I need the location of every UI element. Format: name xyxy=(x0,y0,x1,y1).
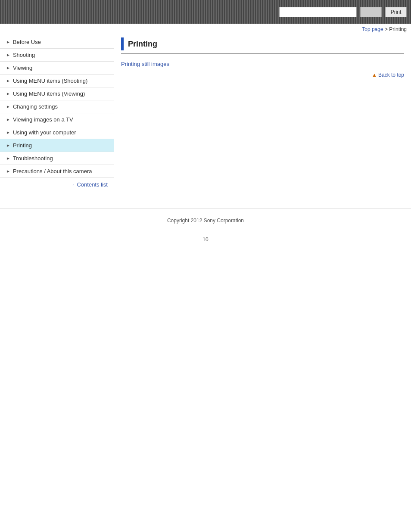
sidebar-item-using-menu-shooting[interactable]: ►Using MENU items (Shooting) xyxy=(0,75,114,87)
sidebar-item-label: Viewing xyxy=(13,65,32,71)
back-to-top-link[interactable]: ▲Back to top xyxy=(372,72,404,78)
sidebar-item-label: Precautions / About this camera xyxy=(13,168,92,174)
sidebar-arrow-icon: ► xyxy=(6,91,10,96)
sidebar-item-label: Printing xyxy=(13,142,32,149)
search-button[interactable] xyxy=(360,7,382,17)
sidebar-arrow-icon: ► xyxy=(6,78,10,83)
main-content: Printing Printing still images ▲Back to … xyxy=(114,34,411,93)
content-links-section: Printing still images xyxy=(121,61,404,67)
sidebar-arrow-icon: ► xyxy=(6,65,10,70)
print-button[interactable]: Print xyxy=(385,7,407,17)
sidebar-item-printing[interactable]: ►Printing xyxy=(0,139,114,152)
sidebar: ►Before Use►Shooting►Viewing►Using MENU … xyxy=(0,34,114,191)
sidebar-item-label: Changing settings xyxy=(13,103,58,110)
page-number: 10 xyxy=(0,232,411,247)
sidebar-arrow-icon: ► xyxy=(6,53,10,57)
sidebar-arrow-icon: ► xyxy=(6,117,10,122)
sidebar-item-troubleshooting[interactable]: ►Troubleshooting xyxy=(0,152,114,165)
contents-list-link[interactable]: → Contents list xyxy=(0,178,114,191)
sidebar-item-label: Shooting xyxy=(13,52,35,58)
breadcrumb-current: Printing xyxy=(389,26,407,32)
footer: Copyright 2012 Sony Corporation xyxy=(0,208,411,232)
search-input[interactable] xyxy=(279,7,357,17)
sidebar-item-label: Before Use xyxy=(13,39,41,45)
breadcrumb-separator: > xyxy=(383,26,389,32)
page-title-bar: Printing xyxy=(121,37,404,54)
sidebar-item-shooting[interactable]: ►Shooting xyxy=(0,49,114,62)
back-to-top-label: Back to top xyxy=(378,72,404,78)
main-layout: ►Before Use►Shooting►Viewing►Using MENU … xyxy=(0,34,411,191)
sidebar-item-label: Using MENU items (Shooting) xyxy=(13,78,87,84)
content-link-printing-still-images[interactable]: Printing still images xyxy=(121,61,404,67)
sidebar-item-changing-settings[interactable]: ►Changing settings xyxy=(0,100,114,113)
arrow-right-icon: → xyxy=(69,181,75,188)
sidebar-item-precautions[interactable]: ►Precautions / About this camera xyxy=(0,165,114,178)
sidebar-item-label: Using MENU items (Viewing) xyxy=(13,90,85,97)
back-to-top: ▲Back to top xyxy=(121,72,404,78)
sidebar-arrow-icon: ► xyxy=(6,169,10,174)
sidebar-arrow-icon: ► xyxy=(6,130,10,135)
header: Print xyxy=(0,0,411,24)
triangle-up-icon: ▲ xyxy=(372,72,377,78)
sidebar-arrow-icon: ► xyxy=(6,156,10,161)
sidebar-item-label: Troubleshooting xyxy=(13,155,53,162)
sidebar-item-before-use[interactable]: ►Before Use xyxy=(0,36,114,49)
page-title-accent xyxy=(121,37,124,50)
breadcrumb-top-link[interactable]: Top page xyxy=(362,26,383,32)
sidebar-arrow-icon: ► xyxy=(6,143,10,148)
sidebar-arrow-icon: ► xyxy=(6,40,10,44)
sidebar-item-viewing[interactable]: ►Viewing xyxy=(0,62,114,75)
sidebar-arrow-icon: ► xyxy=(6,104,10,109)
sidebar-item-label: Viewing images on a TV xyxy=(13,116,73,123)
sidebar-item-using-menu-viewing[interactable]: ►Using MENU items (Viewing) xyxy=(0,87,114,100)
contents-list-label: Contents list xyxy=(77,181,108,188)
sidebar-item-label: Using with your computer xyxy=(13,129,76,136)
page-title: Printing xyxy=(128,40,157,49)
sidebar-item-using-with-computer[interactable]: ►Using with your computer xyxy=(0,126,114,139)
breadcrumb: Top page > Printing xyxy=(0,24,411,34)
copyright-text: Copyright 2012 Sony Corporation xyxy=(167,218,244,224)
sidebar-item-viewing-images-tv[interactable]: ►Viewing images on a TV xyxy=(0,113,114,126)
